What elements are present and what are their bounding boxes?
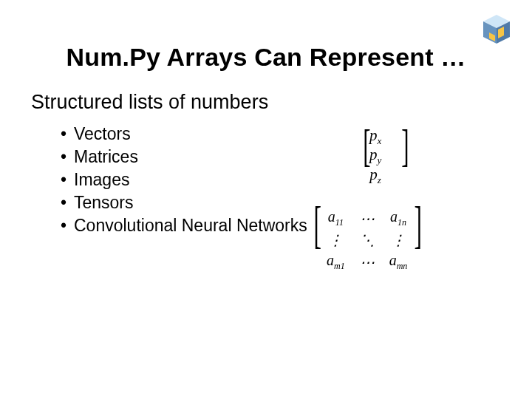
- numpy-logo-icon: [476, 7, 517, 52]
- list-item: •Tensors: [61, 191, 307, 214]
- bullet-label: Tensors: [74, 191, 134, 214]
- bullet-list: •Vectors •Matrices •Images •Tensors •Con…: [61, 123, 307, 237]
- list-item: •Vectors: [61, 123, 307, 146]
- bullet-label: Vectors: [74, 123, 131, 146]
- bullet-label: Images: [74, 168, 129, 191]
- list-item: •Convolutional Neural Networks: [61, 214, 307, 237]
- matrix-illustration: [ a11 ⋯ a1n ⋮ ⋱ ⋮ am1 ⋯ amn ]: [319, 207, 415, 273]
- slide-subheading: Structured lists of numbers: [31, 91, 502, 114]
- vector-illustration: [ px py pz ]: [369, 127, 381, 185]
- list-item: •Images: [61, 168, 307, 191]
- slide-body: •Vectors •Matrices •Images •Tensors •Con…: [30, 120, 502, 237]
- slide: Num.Py Arrays Can Represent … Structured…: [0, 0, 532, 399]
- bullet-label: Convolutional Neural Networks: [74, 214, 307, 237]
- right-bracket-icon: ]: [414, 204, 421, 246]
- list-item: •Matrices: [61, 146, 307, 168]
- bullet-label: Matrices: [74, 146, 138, 168]
- left-bracket-icon: [: [313, 204, 321, 246]
- right-bracket-icon: ]: [401, 126, 409, 167]
- left-bracket-icon: [: [363, 126, 370, 167]
- slide-title: Num.Py Arrays Can Represent …: [30, 43, 502, 72]
